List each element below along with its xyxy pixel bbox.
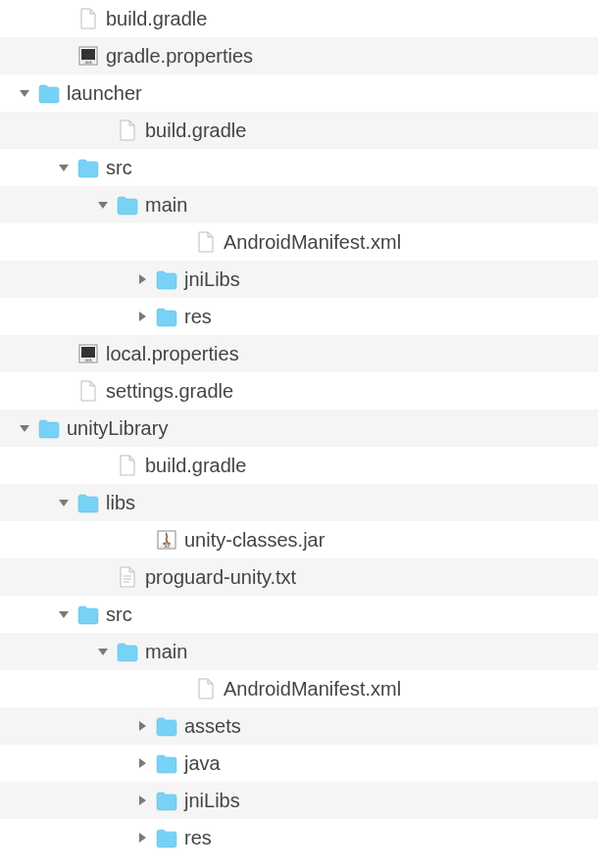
file-icon [116,454,139,477]
tree-row[interactable]: java [0,745,598,782]
chevron-placeholder [57,49,71,63]
tree-item-label: unity-classes.jar [184,529,324,552]
folder-icon [76,491,100,514]
tree-row[interactable]: build.gradle [0,112,598,149]
folder-icon [76,603,100,626]
tree-row[interactable]: build.gradle [0,0,598,37]
tree-item-label: jniLibs [184,268,240,291]
chevron-down-icon[interactable] [57,161,71,174]
folder-icon [155,751,178,775]
tree-row[interactable]: jniLibs [0,782,598,819]
tree-row[interactable]: AndroidManifest.xml [0,223,598,261]
tree-item-label: proguard-unity.txt [145,566,296,589]
file-tree: build.gradlegradle.propertieslauncherbui… [0,0,598,856]
folder-icon [116,640,139,663]
tree-item-label: assets [184,715,241,738]
chevron-down-icon[interactable] [96,645,110,658]
tree-row[interactable]: launcher [0,74,598,112]
chevron-down-icon[interactable] [96,198,110,212]
chevron-placeholder [135,533,149,547]
tree-item-label: build.gradle [145,120,246,142]
tree-item-label: java [184,752,221,775]
tree-row[interactable]: libs [0,484,598,521]
file-icon [76,7,100,30]
chevron-right-icon[interactable] [135,756,149,770]
tree-item-label: build.gradle [106,8,207,30]
chevron-right-icon[interactable] [135,310,149,323]
chevron-down-icon[interactable] [18,421,31,435]
file-icon [194,677,218,700]
tree-row[interactable]: src [0,149,598,186]
chevron-right-icon[interactable] [135,831,149,844]
tree-row[interactable]: res [0,819,598,856]
tree-item-label: src [106,603,132,626]
folder-icon [155,714,178,738]
chevron-placeholder [96,570,110,584]
chevron-right-icon[interactable] [135,272,149,286]
tree-item-label: AndroidManifest.xml [224,231,401,254]
chevron-placeholder [57,384,71,398]
folder-icon [155,789,178,812]
tree-item-label: build.gradle [145,455,246,477]
tree-row[interactable]: unity-classes.jar [0,521,598,558]
java-props-icon [76,342,100,365]
tree-item-label: main [145,194,187,217]
folder-icon [116,193,139,217]
tree-row[interactable]: build.gradle [0,447,598,484]
tree-row[interactable]: main [0,186,598,223]
chevron-placeholder [57,347,71,361]
folder-icon [155,305,178,328]
file-icon [194,230,218,254]
folder-icon [37,81,61,105]
chevron-down-icon[interactable] [57,607,71,621]
tree-row[interactable]: assets [0,707,598,745]
folder-icon [37,416,61,440]
tree-item-label: unityLibrary [67,417,168,440]
tree-row[interactable]: unityLibrary [0,410,598,447]
text-icon [116,565,139,589]
chevron-placeholder [96,458,110,472]
tree-row[interactable]: main [0,633,598,670]
tree-item-label: gradle.properties [106,45,253,68]
jar-icon [155,528,178,552]
folder-icon [76,156,100,179]
chevron-down-icon[interactable] [57,496,71,509]
chevron-placeholder [57,12,71,25]
tree-item-label: launcher [67,82,142,105]
chevron-down-icon[interactable] [18,86,31,100]
tree-row[interactable]: settings.gradle [0,372,598,410]
tree-item-label: libs [106,492,135,514]
java-props-icon [76,44,100,68]
tree-item-label: res [184,827,212,849]
tree-row[interactable]: AndroidManifest.xml [0,670,598,707]
tree-item-label: settings.gradle [106,380,233,403]
tree-row[interactable]: gradle.properties [0,37,598,74]
tree-item-label: main [145,641,187,663]
tree-item-label: src [106,157,132,179]
tree-row[interactable]: proguard-unity.txt [0,558,598,596]
chevron-right-icon[interactable] [135,719,149,733]
tree-row[interactable]: src [0,596,598,633]
tree-row[interactable]: local.properties [0,335,598,372]
tree-row[interactable]: res [0,298,598,335]
chevron-placeholder [96,123,110,137]
folder-icon [155,826,178,849]
tree-item-label: res [184,306,212,328]
tree-item-label: AndroidManifest.xml [224,678,401,700]
chevron-right-icon[interactable] [135,794,149,807]
chevron-placeholder [174,682,188,696]
tree-item-label: jniLibs [184,790,240,812]
chevron-placeholder [174,235,188,249]
tree-row[interactable]: jniLibs [0,261,598,298]
file-icon [116,119,139,142]
folder-icon [155,267,178,291]
file-icon [76,379,100,403]
tree-item-label: local.properties [106,343,239,365]
